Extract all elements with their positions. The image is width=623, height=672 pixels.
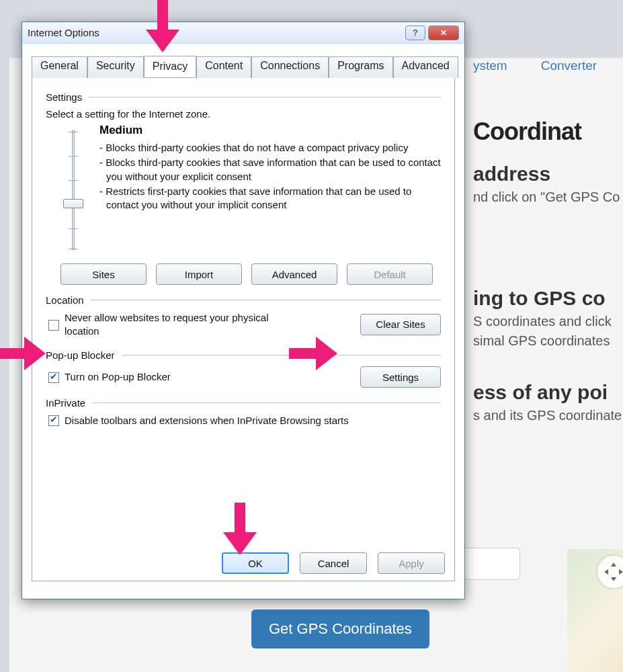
- bg-h-address: address: [473, 163, 620, 185]
- tab-connections[interactable]: Connections: [251, 56, 329, 78]
- tab-advanced[interactable]: Advanced: [393, 56, 458, 78]
- inprivate-disable-label: Disable toolbars and extensions when InP…: [65, 414, 349, 427]
- privacy-level-name: Medium: [99, 124, 441, 137]
- group-popup: Pop-up Blocker: [46, 349, 441, 361]
- group-popup-label: Pop-up Blocker: [46, 349, 115, 361]
- bg-p-any: s and its GPS coordinate: [473, 408, 622, 423]
- bg-p-to-1: S coordinates and click: [473, 314, 612, 329]
- group-inprivate-label: InPrivate: [46, 397, 85, 409]
- advanced-button[interactable]: Advanced: [251, 263, 337, 285]
- bg-p-address: nd click on "Get GPS Co: [473, 190, 620, 205]
- close-icon: ✕: [440, 28, 447, 38]
- dialog-internet-options: Internet Options ? ✕ General Security Pr…: [22, 22, 465, 599]
- bullet-2: - Restricts first-party cookies that sav…: [99, 185, 441, 212]
- apply-button: Apply: [378, 552, 445, 574]
- bg-h-any: ess of any poi: [473, 381, 622, 404]
- svg-marker-3: [619, 569, 623, 575]
- svg-marker-1: [611, 577, 616, 581]
- tab-content[interactable]: Content: [196, 56, 251, 78]
- map-pan-control[interactable]: [597, 556, 623, 588]
- tab-security[interactable]: Security: [87, 56, 144, 78]
- settings-instruction: Select a setting for the Internet zone.: [46, 108, 441, 120]
- background-nav: ystem Converter: [473, 58, 597, 73]
- default-button: Default: [347, 263, 433, 285]
- dialog-footer: OK Cancel Apply: [222, 552, 445, 574]
- help-button[interactable]: ?: [405, 26, 425, 40]
- privacy-level-slider[interactable]: [60, 126, 87, 254]
- group-settings: Settings: [46, 91, 441, 103]
- never-allow-label: Never allow websites to request your phy…: [65, 311, 286, 337]
- svg-marker-0: [611, 562, 616, 566]
- tab-row: General Security Privacy Content Connect…: [32, 56, 455, 77]
- ok-button[interactable]: OK: [222, 552, 289, 574]
- tab-privacy[interactable]: Privacy: [144, 56, 196, 77]
- bullet-1: - Blocks third-party cookies that save i…: [99, 156, 441, 183]
- cancel-button[interactable]: Cancel: [300, 552, 367, 574]
- inprivate-disable-checkbox[interactable]: [48, 415, 59, 426]
- popup-settings-button[interactable]: Settings: [360, 366, 441, 388]
- group-settings-label: Settings: [46, 91, 82, 103]
- never-allow-checkbox[interactable]: [48, 320, 59, 331]
- bg-map: [567, 549, 623, 672]
- bg-p-to-2: simal GPS coordinates: [473, 333, 612, 349]
- svg-marker-2: [604, 569, 608, 575]
- titlebar: Internet Options ? ✕: [22, 22, 464, 44]
- popup-blocker-checkbox[interactable]: [48, 372, 59, 383]
- help-icon: ?: [413, 28, 417, 38]
- tab-panel-privacy: Settings Select a setting for the Intern…: [32, 77, 455, 581]
- page-title: Coordinat: [473, 118, 581, 146]
- dialog-title: Internet Options: [28, 27, 403, 38]
- group-inprivate: InPrivate: [46, 397, 441, 409]
- nav-converter[interactable]: Converter: [541, 58, 597, 73]
- sites-button[interactable]: Sites: [60, 263, 147, 285]
- close-button[interactable]: ✕: [428, 26, 459, 40]
- privacy-level-description: Medium - Blocks third-party cookies that…: [99, 124, 441, 254]
- group-location: Location: [46, 294, 441, 306]
- import-button[interactable]: Import: [156, 263, 242, 285]
- tab-general[interactable]: General: [32, 56, 87, 78]
- group-location-label: Location: [46, 294, 84, 306]
- bullet-0: - Blocks third-party cookies that do not…: [99, 141, 441, 155]
- bg-h-to: ing to GPS co: [473, 287, 612, 310]
- clear-sites-button[interactable]: Clear Sites: [360, 314, 441, 335]
- get-gps-button[interactable]: Get GPS Coordinates: [251, 610, 429, 648]
- tab-programs[interactable]: Programs: [329, 56, 392, 78]
- nav-system[interactable]: ystem: [473, 58, 507, 73]
- popup-blocker-label: Turn on Pop-up Blocker: [65, 370, 171, 384]
